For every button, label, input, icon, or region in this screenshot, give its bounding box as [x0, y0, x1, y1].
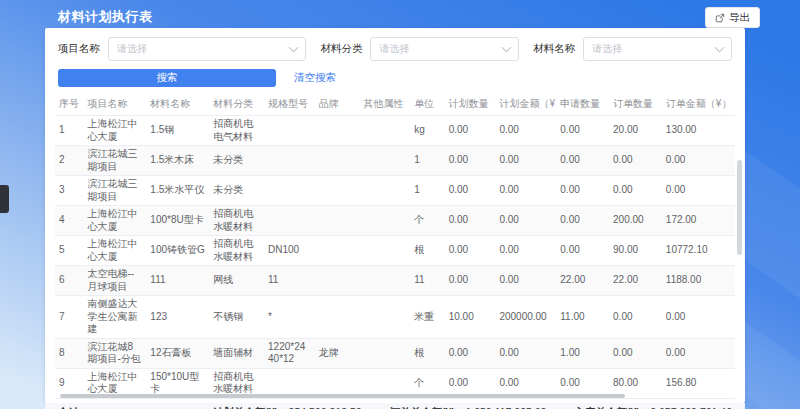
table-cell [359, 146, 410, 176]
table-cell: 200.00 [609, 206, 662, 236]
table-cell: 0.00 [445, 236, 496, 266]
header-cell: 品牌 [315, 93, 360, 116]
table-cell [359, 236, 410, 266]
export-button[interactable]: 导出 [705, 7, 760, 28]
header-cell: 序号 [55, 93, 83, 116]
table-cell [359, 176, 410, 206]
table-cell: 100*8U型卡 [146, 206, 209, 236]
table-cell: 0.00 [662, 146, 735, 176]
table-header-row: 序号项目名称材料名称材料分类规格型号品牌其他属性单位计划数量计划金额（¥）申请数… [55, 93, 735, 116]
table-row: 1上海松江中心大厦1.5钢招商机电 电气材料kg0.000.000.0020.0… [55, 116, 735, 146]
table-row: 8滨江花城8期项目-分包12石膏板墙面辅材1220*2440*12龙牌根0.00… [55, 338, 735, 368]
filter-label-material-category: 材料分类 [320, 42, 362, 56]
header-cell: 项目名称 [83, 93, 146, 116]
summary-item: 订单总金额(¥)：1,050,117,025.63 [390, 406, 547, 409]
table-row: 3滨江花城三期项目1.5米水平仪未分类10.000.000.000.000.00 [55, 176, 735, 206]
table-cell: 未分类 [209, 146, 264, 176]
select-placeholder: 请选择 [117, 42, 147, 56]
chevron-down-icon [502, 43, 512, 53]
filter-label-material-name: 材料名称 [533, 42, 575, 56]
table-cell: kg [410, 116, 445, 146]
table-cell [359, 296, 410, 339]
table-cell: 0.00 [495, 338, 556, 368]
table-cell: 未分类 [209, 176, 264, 206]
table-cell: 滨江花城8期项目-分包 [83, 338, 146, 368]
table-cell: 11 [264, 266, 315, 296]
table-cell [264, 116, 315, 146]
material-plan-table: 序号项目名称材料名称材料分类规格型号品牌其他属性单位计划数量计划金额（¥）申请数… [55, 93, 735, 399]
table-container: 序号项目名称材料名称材料分类规格型号品牌其他属性单位计划数量计划金额（¥）申请数… [45, 93, 745, 399]
table-cell: 156.80 [662, 368, 735, 398]
material-name-select[interactable]: 请选择 [583, 37, 732, 61]
table-cell: 0.00 [445, 176, 496, 206]
vertical-scrollbar-thumb[interactable] [737, 160, 742, 255]
page-title: 材料计划执行表 [58, 8, 153, 26]
table-cell: 滨江花城三期项目 [83, 146, 146, 176]
horizontal-scrollbar-thumb[interactable] [60, 394, 625, 398]
filter-group-project-name: 项目名称请选择 [58, 37, 306, 61]
table-cell: 1 [410, 146, 445, 176]
header-cell: 计划数量 [445, 93, 496, 116]
header-cell: 订单金额（¥） [662, 93, 735, 116]
summary-item: 计划总金额(¥)：354,566,213.56 [213, 406, 362, 409]
table-cell: 墙面辅材 [209, 338, 264, 368]
chevron-down-icon [715, 43, 725, 53]
table-cell: 1 [410, 176, 445, 206]
table-cell [315, 146, 360, 176]
summary-total-label: 合计 [58, 406, 79, 409]
clear-search-link[interactable]: 清空搜索 [294, 71, 336, 85]
table-cell: 130.00 [662, 116, 735, 146]
table-cell: 1.5米木床 [146, 146, 209, 176]
table-cell [315, 116, 360, 146]
content-card: 项目名称请选择材料分类请选择材料名称请选择 搜索 清空搜索 序号项目名称材料名称… [45, 28, 745, 403]
table-cell: 网线 [209, 266, 264, 296]
select-placeholder: 请选择 [592, 42, 622, 56]
summary-item: 入库总金额(¥)：2,657,339,761.46 [574, 406, 732, 409]
table-cell: 1.5钢 [146, 116, 209, 146]
table-cell: 0.00 [445, 116, 496, 146]
table-cell: 0.00 [445, 146, 496, 176]
material-category-select[interactable]: 请选择 [370, 37, 519, 61]
table-cell [264, 146, 315, 176]
table-cell [315, 176, 360, 206]
table-cell: 5 [55, 236, 83, 266]
table-cell: 1 [55, 116, 83, 146]
filter-bar: 项目名称请选择材料分类请选择材料名称请选择 [45, 28, 745, 61]
table-cell: 10.00 [445, 296, 496, 339]
table-cell: 20.00 [609, 116, 662, 146]
table-cell: DN100 [264, 236, 315, 266]
table-cell: 0.00 [495, 116, 556, 146]
table-cell: 上海松江中心大厦 [83, 236, 146, 266]
sidebar-collapse-handle[interactable] [0, 185, 9, 213]
summary-items: 计划总金额(¥)：354,566,213.56订单总金额(¥)：1,050,11… [213, 406, 732, 409]
table-cell: 100铸铁管G [146, 236, 209, 266]
project-name-select[interactable]: 请选择 [108, 37, 306, 61]
header-cell: 计划金额（¥） [495, 93, 556, 116]
search-button[interactable]: 搜索 [58, 69, 276, 87]
table-cell: 0.00 [609, 146, 662, 176]
table-cell: 6 [55, 266, 83, 296]
table-cell: 0.00 [556, 146, 609, 176]
table-cell: 0.00 [662, 296, 735, 339]
table-cell: 1.5米水平仪 [146, 176, 209, 206]
table-cell: 0.00 [662, 338, 735, 368]
table-cell: 4 [55, 206, 83, 236]
table-cell: 上海松江中心大厦 [83, 116, 146, 146]
table-cell: 90.00 [609, 236, 662, 266]
table-cell: 0.00 [495, 236, 556, 266]
table-cell: 111 [146, 266, 209, 296]
table-cell: 11 [410, 266, 445, 296]
table-cell: 0.00 [445, 338, 496, 368]
table-cell: 0.00 [495, 146, 556, 176]
table-cell: 12石膏板 [146, 338, 209, 368]
table-cell [359, 338, 410, 368]
table-row: 4上海松江中心大厦100*8U型卡招商机电 水暖材料个0.000.000.002… [55, 206, 735, 236]
table-cell: 8 [55, 338, 83, 368]
table-cell: 0.00 [556, 206, 609, 236]
table-cell: 10772.10 [662, 236, 735, 266]
table-cell: 太空电梯--月球项目 [83, 266, 146, 296]
table-cell: 0.00 [662, 176, 735, 206]
table-cell: 0.00 [609, 338, 662, 368]
table-cell: 123 [146, 296, 209, 339]
table-cell: 0.00 [556, 236, 609, 266]
